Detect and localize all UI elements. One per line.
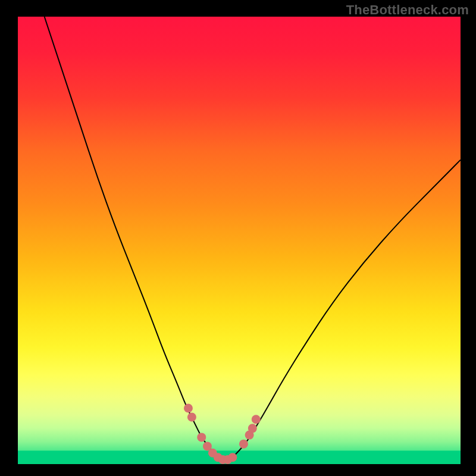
green-band — [18, 450, 461, 464]
highlight-dot — [252, 415, 261, 424]
plot-area — [18, 17, 461, 464]
gradient-background — [18, 17, 461, 464]
highlight-dot — [248, 424, 257, 433]
highlight-dot — [184, 404, 193, 413]
watermark-text: TheBottleneck.com — [346, 2, 469, 18]
chart-frame: TheBottleneck.com — [0, 0, 476, 476]
highlight-dot — [228, 453, 237, 462]
highlight-dot — [197, 433, 206, 441]
bottleneck-curve-chart — [18, 17, 461, 464]
highlight-dot — [187, 413, 196, 422]
highlight-dot — [239, 440, 248, 449]
